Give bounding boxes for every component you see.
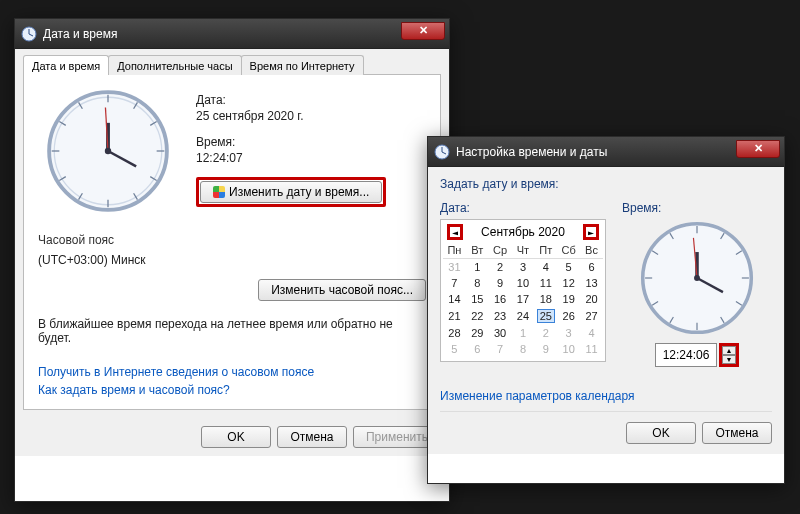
datetime-settings-window: Настройка времени и даты ✕ Задать дату и… (427, 136, 785, 484)
panel-datetime: Дата: 25 сентября 2020 г. Время: 12:24:0… (23, 75, 441, 410)
calendar: ◄ Сентябрь 2020 ► ПнВтСрЧтПтСбВс 3112345… (440, 219, 606, 362)
time-up-button[interactable]: ▲ (722, 346, 736, 355)
calendar-day[interactable]: 11 (580, 341, 603, 357)
calendar-day[interactable]: 2 (534, 325, 557, 341)
date-label: Дата: (196, 93, 426, 107)
calendar-day[interactable]: 31 (443, 259, 466, 276)
calendar-day[interactable]: 10 (512, 275, 535, 291)
calendar-day[interactable]: 11 (534, 275, 557, 291)
calendar-day[interactable]: 6 (466, 341, 489, 357)
calendar-day[interactable]: 16 (489, 291, 512, 307)
weekday-header: Сб (557, 242, 580, 259)
calendar-day[interactable]: 29 (466, 325, 489, 341)
timezone-label: Часовой пояс (38, 233, 426, 247)
calendar-day[interactable]: 7 (489, 341, 512, 357)
calendar-day[interactable]: 20 (580, 291, 603, 307)
change-datetime-button[interactable]: Изменить дату и время... (200, 181, 382, 203)
link-calendar-params[interactable]: Изменение параметров календаря (440, 389, 635, 403)
change-timezone-button[interactable]: Изменить часовой пояс... (258, 279, 426, 301)
calendar-day[interactable]: 1 (466, 259, 489, 276)
calendar-day[interactable]: 8 (466, 275, 489, 291)
month-title: Сентябрь 2020 (481, 225, 565, 239)
calendar-day[interactable]: 1 (512, 325, 535, 341)
calendar-day[interactable]: 28 (443, 325, 466, 341)
calendar-day[interactable]: 9 (534, 341, 557, 357)
weekday-header: Вс (580, 242, 603, 259)
tab-internet-time[interactable]: Время по Интернету (241, 55, 364, 75)
weekday-header: Ср (489, 242, 512, 259)
calendar-day[interactable]: 22 (466, 307, 489, 325)
tab-datetime[interactable]: Дата и время (23, 55, 109, 75)
calendar-day[interactable]: 3 (557, 325, 580, 341)
calendar-day[interactable]: 9 (489, 275, 512, 291)
footer-buttons: OK Отмена Применить (23, 416, 441, 448)
dst-note: В ближайшее время перехода на летнее вре… (38, 317, 426, 345)
titlebar[interactable]: Настройка времени и даты ✕ (428, 137, 784, 167)
calendar-day[interactable]: 23 (489, 307, 512, 325)
calendar-day[interactable]: 18 (534, 291, 557, 307)
next-month-button[interactable]: ► (583, 224, 599, 240)
highlight-change-datetime: Изменить дату и время... (196, 177, 386, 207)
weekday-header: Пт (534, 242, 557, 259)
date-label: Дата: (440, 201, 606, 215)
cancel-button[interactable]: Отмена (277, 426, 347, 448)
calendar-grid: ПнВтСрЧтПтСбВс 3112345678910111213141516… (443, 242, 603, 357)
calendar-day[interactable]: 8 (512, 341, 535, 357)
calendar-day[interactable]: 4 (534, 259, 557, 276)
date-value: 25 сентября 2020 г. (196, 109, 426, 123)
time-spinner: ▲ ▼ (655, 343, 739, 367)
calendar-day[interactable]: 19 (557, 291, 580, 307)
calendar-day[interactable]: 27 (580, 307, 603, 325)
window-title: Настройка времени и даты (456, 145, 736, 159)
svg-point-20 (105, 148, 111, 154)
weekday-header: Вт (466, 242, 489, 259)
cancel-button[interactable]: Отмена (702, 422, 772, 444)
time-value: 12:24:07 (196, 151, 426, 165)
prev-month-button[interactable]: ◄ (447, 224, 463, 240)
tabs: Дата и время Дополнительные часы Время п… (23, 55, 441, 75)
weekday-header: Чт (512, 242, 535, 259)
calendar-day[interactable]: 14 (443, 291, 466, 307)
time-input[interactable] (655, 343, 717, 367)
tab-additional-clocks[interactable]: Дополнительные часы (108, 55, 241, 75)
date-time-window: Дата и время ✕ Дата и время Дополнительн… (14, 18, 450, 502)
calendar-day[interactable]: 21 (443, 307, 466, 325)
calendar-day[interactable]: 15 (466, 291, 489, 307)
calendar-day[interactable]: 17 (512, 291, 535, 307)
link-how-set-time[interactable]: Как задать время и часовой пояс? (38, 383, 230, 397)
timezone-value: (UTC+03:00) Минск (38, 253, 426, 267)
clock-icon (21, 26, 37, 42)
close-button[interactable]: ✕ (736, 140, 780, 158)
analog-clock-small (638, 219, 756, 337)
weekday-header: Пн (443, 242, 466, 259)
calendar-day[interactable]: 4 (580, 325, 603, 341)
time-label: Время: (622, 201, 772, 215)
calendar-day[interactable]: 5 (443, 341, 466, 357)
calendar-day[interactable]: 12 (557, 275, 580, 291)
calendar-day[interactable]: 25 (534, 307, 557, 325)
calendar-day[interactable]: 6 (580, 259, 603, 276)
window-title: Дата и время (43, 27, 401, 41)
calendar-day[interactable]: 30 (489, 325, 512, 341)
highlight-spinner: ▲ ▼ (719, 343, 739, 367)
analog-clock (38, 87, 178, 215)
calendar-day[interactable]: 13 (580, 275, 603, 291)
close-button[interactable]: ✕ (401, 22, 445, 40)
calendar-day[interactable]: 7 (443, 275, 466, 291)
header-label: Задать дату и время: (440, 177, 772, 191)
calendar-day[interactable]: 3 (512, 259, 535, 276)
time-label: Время: (196, 135, 426, 149)
calendar-day[interactable]: 10 (557, 341, 580, 357)
ok-button[interactable]: OK (626, 422, 696, 444)
calendar-day[interactable]: 5 (557, 259, 580, 276)
ok-button[interactable]: OK (201, 426, 271, 448)
link-timezone-info[interactable]: Получить в Интернете сведения о часовом … (38, 365, 314, 379)
calendar-day[interactable]: 26 (557, 307, 580, 325)
svg-point-40 (694, 275, 700, 281)
calendar-day[interactable]: 2 (489, 259, 512, 276)
time-down-button[interactable]: ▼ (722, 355, 736, 364)
clock-icon (434, 144, 450, 160)
titlebar[interactable]: Дата и время ✕ (15, 19, 449, 49)
calendar-day[interactable]: 24 (512, 307, 535, 325)
